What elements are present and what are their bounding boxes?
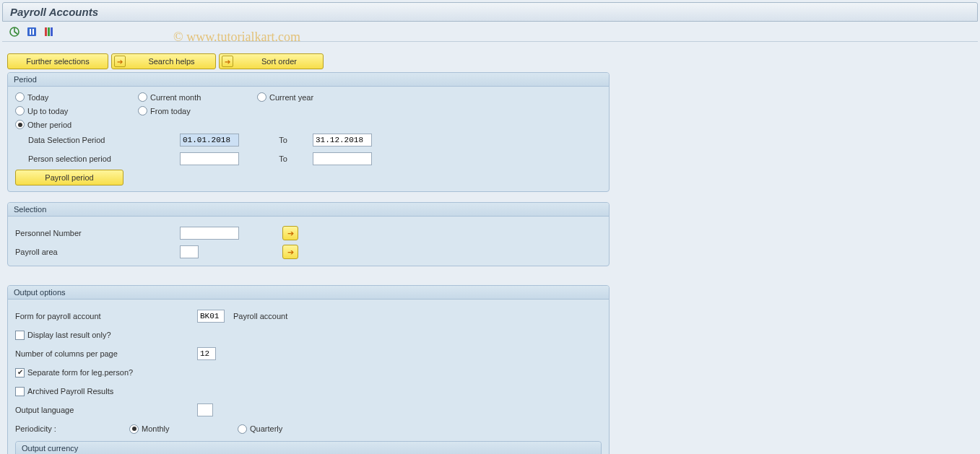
separate-form-checkbox[interactable] xyxy=(15,368,25,377)
search-helps-button[interactable]: ➔ Search helps xyxy=(111,53,216,69)
radio-current-year[interactable]: Current year xyxy=(257,92,376,102)
archived-label: Archived Payroll Results xyxy=(27,387,113,396)
arrow-right-icon: ➔ xyxy=(222,56,233,67)
svg-rect-2 xyxy=(30,29,31,35)
svg-rect-3 xyxy=(32,29,34,35)
page-title: Payroll Accounts xyxy=(2,2,978,22)
personnel-number-input[interactable] xyxy=(180,227,239,240)
color-bars-icon[interactable] xyxy=(43,25,56,38)
radio-icon xyxy=(129,424,139,434)
radio-current-year-label: Current year xyxy=(269,93,313,102)
further-selections-button[interactable]: Further selections xyxy=(7,53,108,69)
payroll-area-label: Payroll area xyxy=(15,248,180,256)
person-selection-to-input[interactable] xyxy=(313,152,372,165)
radio-icon xyxy=(138,92,147,102)
radio-current-month-label: Current month xyxy=(150,93,201,102)
data-selection-to-input[interactable] xyxy=(313,134,372,147)
svg-rect-1 xyxy=(27,27,36,36)
top-button-row: Further selections ➔ Search helps ➔ Sort… xyxy=(7,53,973,69)
radio-icon xyxy=(15,106,25,115)
payroll-period-button[interactable]: Payroll period xyxy=(15,170,123,185)
radio-today[interactable]: Today xyxy=(15,92,138,102)
radio-icon xyxy=(257,92,266,102)
output-language-input[interactable] xyxy=(197,403,213,416)
personnel-number-label: Personnel Number xyxy=(15,229,180,237)
period-group: Period Today Current month Current year … xyxy=(7,72,610,192)
radio-icon xyxy=(138,106,147,115)
radio-icon xyxy=(238,424,247,434)
radio-today-label: Today xyxy=(27,93,48,102)
output-legend: Output options xyxy=(8,286,609,300)
output-options-group: Output options Form for payroll account … xyxy=(7,285,610,454)
svg-rect-6 xyxy=(51,27,53,36)
personnel-number-multi-button[interactable]: ➔ xyxy=(282,226,298,240)
data-selection-period-label: Data Selection Period xyxy=(15,136,180,144)
to-label-1: To xyxy=(253,136,313,144)
period-legend: Period xyxy=(8,73,609,87)
sort-order-button[interactable]: ➔ Sort order xyxy=(219,53,324,69)
selection-legend: Selection xyxy=(8,203,609,217)
radio-current-month[interactable]: Current month xyxy=(138,92,257,102)
payroll-area-multi-button[interactable]: ➔ xyxy=(282,245,298,259)
app-toolbar xyxy=(2,24,978,42)
person-selection-period-label: Person selection period xyxy=(15,154,180,163)
data-selection-from-input[interactable] xyxy=(180,134,239,147)
form-input[interactable] xyxy=(197,310,225,323)
radio-other-period-label: Other period xyxy=(27,121,71,129)
cols-input[interactable] xyxy=(197,347,216,360)
radio-monthly[interactable]: Monthly xyxy=(129,424,238,434)
radio-up-to-today-label: Up to today xyxy=(27,107,68,115)
form-desc-label: Payroll account xyxy=(233,312,287,320)
display-last-result-label: Display last result only? xyxy=(27,331,111,339)
svg-rect-5 xyxy=(48,27,50,36)
layout-icon[interactable] xyxy=(25,25,38,38)
radio-up-to-today[interactable]: Up to today xyxy=(15,106,138,115)
separate-form-label: Separate form for leg.person? xyxy=(27,368,133,377)
to-label-2: To xyxy=(253,154,313,163)
archived-checkbox[interactable] xyxy=(15,387,25,396)
radio-quarterly[interactable]: Quarterly xyxy=(238,424,282,434)
payroll-area-input[interactable] xyxy=(180,245,199,258)
cols-label: Number of columns per page xyxy=(15,349,197,358)
radio-from-today[interactable]: From today xyxy=(138,106,257,115)
person-selection-from-input[interactable] xyxy=(180,152,239,165)
radio-from-today-label: From today xyxy=(150,107,191,115)
display-last-result-checkbox[interactable] xyxy=(15,331,25,340)
radio-other-period[interactable]: Other period xyxy=(15,120,138,129)
execute-icon[interactable] xyxy=(8,25,21,38)
periodicity-label: Periodicity : xyxy=(15,424,129,433)
form-label: Form for payroll account xyxy=(15,312,197,320)
svg-rect-4 xyxy=(45,27,47,36)
content-scroll[interactable]: Further selections ➔ Search helps ➔ Sort… xyxy=(0,49,980,454)
output-currency-subgroup: Output currency For-period Alternative c… xyxy=(15,441,602,454)
selection-group: Selection Personnel Number ➔ Payroll are… xyxy=(7,202,610,266)
radio-monthly-label: Monthly xyxy=(142,424,170,433)
radio-quarterly-label: Quarterly xyxy=(250,424,282,433)
radio-icon xyxy=(15,92,25,102)
sort-order-label: Sort order xyxy=(261,57,297,66)
arrow-right-icon: ➔ xyxy=(114,56,126,67)
radio-icon xyxy=(15,120,25,129)
currency-legend: Output currency xyxy=(16,442,601,454)
search-helps-label: Search helps xyxy=(148,57,194,66)
output-language-label: Output language xyxy=(15,406,197,414)
